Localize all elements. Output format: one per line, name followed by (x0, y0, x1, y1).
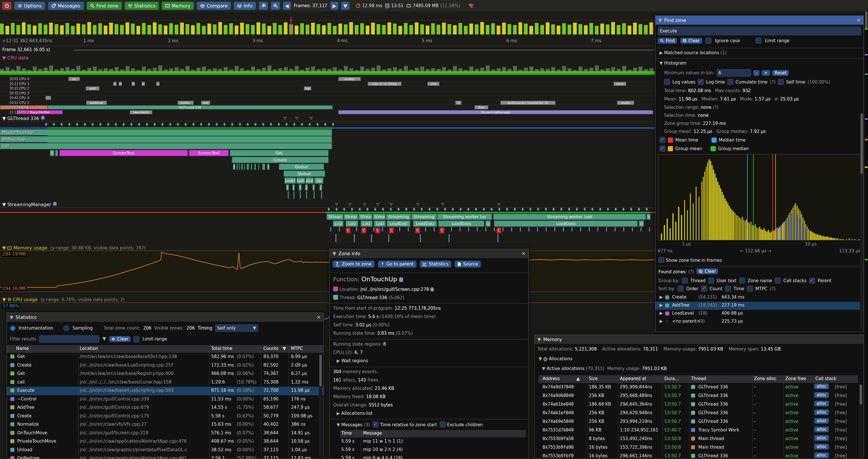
sample-dot[interactable] (374, 208, 376, 211)
clear-filter-button[interactable]: ⊗Clear (109, 336, 131, 342)
frame-bar[interactable] (268, 26, 271, 34)
zone[interactable]: Strea (373, 214, 386, 220)
zone[interactable]: kw (304, 87, 311, 91)
marker-icon[interactable]: ▽ (296, 116, 299, 120)
sample-dot[interactable] (123, 123, 125, 126)
self-time-checkbox[interactable] (778, 79, 784, 85)
frame-bar[interactable] (371, 23, 375, 34)
sample-dot[interactable] (576, 208, 578, 211)
sample-dot[interactable] (254, 123, 256, 126)
zone[interactable]: audio (617, 101, 634, 105)
group-lines-checkbox[interactable] (659, 145, 665, 152)
zone-name-checkbox[interactable] (739, 277, 745, 284)
zone[interactable] (258, 164, 259, 170)
memory-window[interactable]: ▼Memory Total allocations: 5,221,308 Act… (534, 335, 864, 459)
frame-bar[interactable] (224, 25, 227, 34)
zone[interactable]: C (415, 227, 420, 234)
frame-bar[interactable] (147, 25, 151, 34)
show-zone-time-checkbox[interactable] (658, 257, 664, 263)
zone[interactable]: LoadData (494, 221, 638, 227)
frame-bar[interactable] (349, 22, 353, 34)
zone[interactable]: StreamingManager (338, 110, 653, 114)
sample-dot[interactable] (278, 123, 280, 126)
sample-dot[interactable] (53, 123, 55, 126)
frame-bar[interactable] (295, 26, 299, 34)
found-zone-group[interactable]: ▶ AddTree (18,542) 227.19 ms (655, 302, 860, 310)
sample-dot[interactable] (68, 123, 70, 126)
sample-dot[interactable] (568, 208, 570, 211)
frame-bar[interactable] (475, 24, 478, 34)
zone[interactable]: c (142, 82, 145, 86)
zone[interactable]: !S (50, 150, 54, 156)
min-bin-input[interactable] (717, 69, 751, 77)
table-row[interactable]: OnRedraw jni/../jni/src/claw/application… (7, 454, 324, 459)
frame-dropdown-button[interactable]: ▼ (341, 2, 349, 10)
sample-dot[interactable] (231, 123, 233, 126)
zone[interactable] (254, 164, 256, 170)
log-time-checkbox[interactable] (698, 79, 704, 85)
frame-overview-strip[interactable] (0, 17, 655, 34)
zone[interactable]: C (345, 227, 351, 234)
sample-dot[interactable] (92, 123, 94, 126)
cpu-row[interactable]: [0:2] CPU 2audkw (0, 86, 655, 91)
frame-bar[interactable] (142, 23, 146, 34)
marker-icon[interactable]: ▽ (376, 202, 379, 206)
options-button[interactable]: ⚙Options (14, 2, 45, 10)
sample-dot[interactable] (247, 123, 249, 126)
clear-found-button[interactable]: Clear (696, 268, 718, 274)
zone[interactable]: ScreenText (59, 150, 188, 156)
allocation-row[interactable]: 0x7553b9fbf0 16 bytes 296,661,146ns 13:5… (538, 452, 858, 459)
zone[interactable]: audio.se (86, 101, 107, 105)
message-row[interactable]: 5.59 s mip 10 w 2 h 2 (4) (340, 446, 526, 454)
statistics-titlebar[interactable]: ▼Statistics✕ (7, 313, 323, 322)
sample-dot[interactable] (239, 123, 241, 126)
active-allocations-toggle[interactable]: ▼ Active allocations (70,311) Memory usa… (542, 366, 667, 371)
zone[interactable]: LcU (333, 221, 343, 227)
frame-bar[interactable] (491, 23, 495, 34)
sample-dot[interactable] (599, 208, 601, 211)
message-row[interactable]: 5.59 s mip 11 w 1 h 1 (1) (340, 437, 526, 446)
alloc-callstack-button[interactable]: alloc (814, 409, 829, 415)
frame-bar[interactable] (180, 23, 184, 34)
allocations-list-toggle[interactable]: ▶ Allocations list (337, 411, 373, 416)
sample-dot[interactable] (367, 208, 369, 211)
sample-dot[interactable] (630, 208, 632, 211)
matched-locations-toggle[interactable]: ▶ Matched source locations (1) (659, 50, 727, 56)
frame-bar[interactable] (213, 24, 217, 34)
time-checkbox[interactable] (725, 286, 731, 292)
frame-bar[interactable] (639, 24, 642, 34)
sample-dot[interactable] (200, 123, 202, 126)
sample-dot[interactable] (584, 208, 586, 211)
frame-bar[interactable] (262, 24, 266, 34)
sample-dot[interactable] (545, 208, 547, 211)
sample-dot[interactable] (309, 123, 311, 126)
sample-dot[interactable] (185, 123, 187, 126)
sample-dot[interactable] (192, 123, 194, 126)
sample-dot[interactable] (293, 123, 295, 126)
frame-bar[interactable] (464, 26, 468, 34)
zone[interactable]: | (292, 184, 295, 191)
frame-bar[interactable] (469, 24, 473, 34)
zone[interactable]: OnTouchUp (0, 136, 332, 142)
sample-dot[interactable] (522, 208, 524, 211)
zone[interactable]: C (496, 227, 501, 234)
sample-dot[interactable] (138, 123, 140, 126)
user-text-checkbox[interactable] (708, 277, 714, 284)
frame-bar[interactable] (540, 25, 544, 34)
frame-bar[interactable] (546, 22, 550, 34)
frame-bar[interactable] (175, 25, 178, 34)
zone[interactable]: LoadDaU (413, 221, 437, 227)
close-icon[interactable]: ✕ (857, 18, 861, 23)
zone[interactable]: Streaming worker task (493, 214, 646, 220)
zone[interactable]: GLThread 336 (48, 105, 333, 109)
frame-bar[interactable] (300, 23, 304, 34)
frame-bar[interactable] (382, 25, 386, 34)
zone[interactable] (237, 164, 238, 170)
frame-bar[interactable] (284, 22, 287, 34)
zone[interactable]: Strean (327, 214, 343, 220)
zone[interactable]: S (647, 214, 651, 220)
table-row[interactable]: Get /mnt/e/claw/src/claw/base/AssetDict.… (7, 353, 324, 361)
frame-bar[interactable] (131, 24, 135, 34)
frame-bar[interactable] (622, 23, 626, 34)
frame-bar[interactable] (240, 23, 244, 34)
